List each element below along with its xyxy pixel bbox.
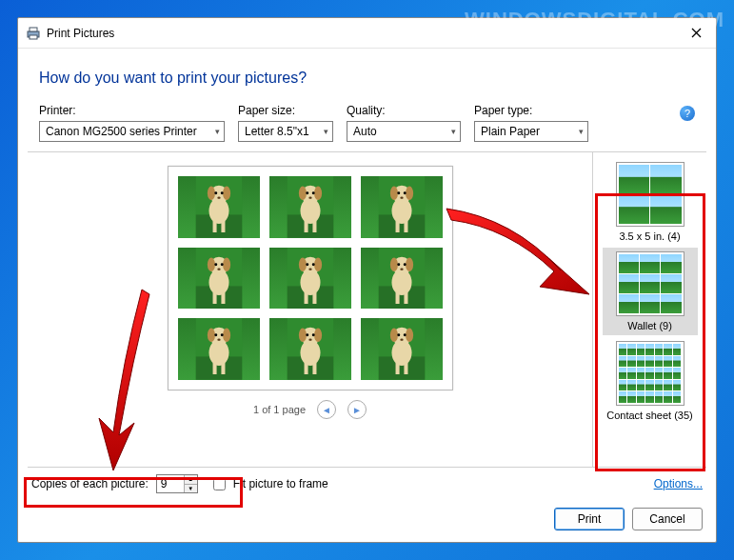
svg-point-44 — [217, 268, 220, 270]
svg-point-63 — [406, 257, 413, 271]
svg-point-55 — [308, 268, 311, 270]
svg-point-66 — [400, 268, 403, 270]
window-title: Print Pictures — [47, 27, 114, 40]
svg-rect-46 — [221, 292, 225, 304]
layout-option[interactable]: Contact sheet (35) — [603, 337, 698, 425]
copies-down-button[interactable]: ▼ — [185, 485, 197, 493]
layout-pane[interactable]: 3.5 x 5 in. (4)Wallet (9)Contact sheet (… — [592, 152, 706, 467]
svg-point-41 — [223, 257, 230, 271]
svg-point-75 — [214, 334, 217, 337]
preview-photo — [361, 248, 443, 310]
copies-input[interactable] — [157, 475, 184, 492]
svg-point-8 — [223, 187, 230, 201]
svg-rect-89 — [304, 363, 307, 374]
page-indicator: 1 of 1 page — [253, 404, 306, 415]
svg-point-64 — [397, 263, 400, 266]
svg-rect-100 — [395, 363, 399, 374]
svg-point-86 — [306, 334, 308, 337]
svg-rect-67 — [395, 292, 399, 304]
content-area: 1 of 1 page ◄ ► 3.5 x 5 in. (4)Wallet (9… — [28, 151, 706, 468]
quality-value: Auto — [353, 125, 377, 138]
svg-rect-13 — [221, 221, 225, 232]
fit-to-frame-checkbox[interactable] — [213, 478, 226, 490]
cancel-button[interactable]: Cancel — [632, 508, 703, 530]
quality-combo[interactable]: Auto ▾ — [347, 121, 461, 142]
layout-option[interactable]: Wallet (9) — [603, 248, 698, 335]
svg-point-22 — [308, 196, 311, 198]
layout-thumb — [616, 251, 684, 316]
svg-point-88 — [308, 339, 311, 341]
prev-page-button[interactable]: ◄ — [317, 400, 336, 419]
svg-rect-24 — [312, 221, 316, 232]
svg-point-84 — [298, 329, 306, 343]
copies-label: Copies of each picture: — [31, 477, 149, 490]
chevron-down-icon: ▾ — [324, 127, 328, 136]
printer-value: Canon MG2500 series Printer — [46, 125, 197, 138]
svg-point-97 — [397, 334, 400, 337]
print-pictures-dialog: Print Pictures How do you want to print … — [17, 17, 717, 543]
svg-point-33 — [400, 196, 403, 198]
svg-point-31 — [397, 191, 400, 194]
preview-zone: 1 of 1 page ◄ ► — [28, 152, 592, 467]
paper-size-value: Letter 8.5"x1 — [245, 125, 309, 138]
dialog-heading: How do you want to print your pictures? — [18, 49, 716, 104]
svg-rect-35 — [404, 221, 407, 232]
svg-rect-56 — [304, 292, 307, 304]
paper-size-label: Paper size: — [238, 104, 333, 117]
svg-point-98 — [403, 334, 406, 337]
svg-point-76 — [220, 334, 223, 337]
options-link[interactable]: Options... — [654, 477, 703, 490]
paper-type-label: Paper type: — [474, 104, 588, 117]
next-page-button[interactable]: ► — [347, 400, 367, 419]
svg-point-53 — [306, 263, 308, 266]
svg-point-95 — [389, 329, 397, 343]
svg-rect-79 — [221, 363, 225, 374]
svg-rect-2 — [30, 35, 37, 39]
preview-photo — [178, 176, 260, 238]
print-button[interactable]: Print — [554, 508, 625, 530]
paper-type-combo[interactable]: Plain Paper ▾ — [474, 121, 588, 142]
svg-point-99 — [400, 339, 403, 341]
svg-point-42 — [214, 263, 217, 266]
copies-up-button[interactable]: ▲ — [185, 475, 197, 485]
paper-size-combo[interactable]: Letter 8.5"x1 ▾ — [238, 121, 333, 142]
svg-point-62 — [389, 257, 397, 271]
svg-rect-23 — [304, 221, 307, 232]
preview-photo — [361, 176, 443, 238]
layout-thumb — [616, 341, 684, 406]
layout-label: 3.5 x 5 in. (4) — [606, 230, 694, 242]
preview-photo — [178, 248, 260, 310]
preview-photo — [269, 248, 351, 310]
svg-point-18 — [298, 187, 306, 201]
svg-rect-34 — [395, 221, 399, 232]
svg-point-30 — [406, 187, 413, 201]
layout-thumb — [616, 162, 684, 227]
printer-combo[interactable]: Canon MG2500 series Printer ▾ — [39, 121, 225, 142]
svg-point-32 — [403, 191, 406, 194]
help-icon[interactable]: ? — [680, 106, 695, 121]
svg-rect-1 — [30, 28, 37, 31]
close-button[interactable] — [682, 22, 710, 43]
svg-point-65 — [403, 263, 406, 266]
svg-point-29 — [389, 187, 397, 201]
preview-photo — [269, 318, 351, 380]
pager: 1 of 1 page ◄ ► — [253, 390, 367, 419]
copies-spinner[interactable]: ▲ ▼ — [156, 474, 198, 493]
svg-point-20 — [306, 191, 308, 194]
quality-label: Quality: — [347, 104, 461, 117]
settings-row: Printer: Canon MG2500 series Printer ▾ P… — [18, 104, 716, 151]
bottom-bar: Copies of each picture: ▲ ▼ Fit picture … — [18, 468, 716, 500]
svg-rect-12 — [212, 221, 216, 232]
button-bar: Print Cancel — [18, 500, 716, 542]
layout-label: Wallet (9) — [606, 320, 694, 331]
svg-point-19 — [314, 187, 322, 201]
svg-point-96 — [406, 329, 413, 343]
svg-point-40 — [207, 257, 214, 271]
svg-point-85 — [314, 329, 322, 343]
svg-point-52 — [314, 257, 322, 271]
layout-option[interactable]: 3.5 x 5 in. (4) — [603, 158, 698, 246]
preview-photo — [361, 318, 443, 380]
svg-point-7 — [207, 187, 214, 201]
svg-rect-90 — [312, 363, 316, 374]
printer-label: Printer: — [39, 104, 225, 117]
